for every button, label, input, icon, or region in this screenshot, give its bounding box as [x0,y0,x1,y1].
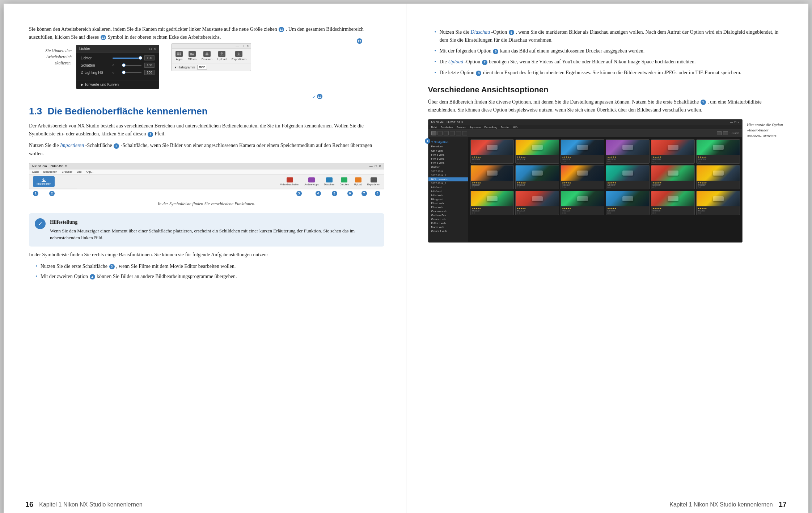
right-screenshot-area: 1 NX Studio bld231101.tif — □ × [428,119,783,243]
sub-heading: Verschiedene Ansichtsoptionen [428,85,783,94]
nx-thumb-grid: ★★★★★ IMD232JF ⬡ ⬡ ★★★★★ IMD2 [470,139,740,215]
svg-rect-6 [220,55,224,55]
right-footer: Kapitel 1 Nikon NX Studio kennenlernen 1… [406,500,809,509]
badge-6-right: 6 [493,49,498,54]
import-button[interactable]: Importieren [33,176,55,187]
right-bullet-4: Die letzte Option 8 dient dem Export des… [435,69,783,77]
section-heading: 1.3 Die Bedienoberfläche kennenlernen [29,106,384,117]
toolbar2-btn-1[interactable]: Video bearbeiten [280,177,299,186]
thumb-13[interactable]: ★★★★★ IMD232JF ⬡ ⬡ [470,191,514,215]
thumb-11[interactable]: ★★★★★ IMD232JF ⬡ ⬡ [651,165,695,189]
badge-3-bullet: 3 [109,264,115,269]
badge-2: 2 [114,143,119,149]
bullet-intro: In der Symbolleiste finden Sie rechts ei… [29,251,384,259]
svg-rect-4 [206,54,208,55]
nx-sidebar: ▾ Navigation Favoriten Cin n vorh. Film-… [428,137,468,242]
sub-para: Über dem Bildbereich finden Sie diverse … [428,98,783,114]
svg-rect-2 [177,54,179,55]
right-bullet-1: Nutzen Sie die Diaschau -Option 5 , wenn… [435,28,783,44]
footer-text-left: Kapitel 1 Nikon NX Studio kennenlernen [39,501,143,508]
svg-rect-1 [179,52,181,54]
toolbar-btn-export[interactable]: Exportieren [232,51,246,61]
intro-paragraph: Sie können den Arbeitsbereich skalieren,… [29,25,384,41]
nx-win2-toolbar: Importieren Symbolleiste ein-/ausblenden… [29,174,384,189]
badge-4-bullet: 4 [90,274,95,279]
thumb-6[interactable]: ★★★★★ IMD232JF ⬡ ⬡ [696,139,740,164]
toolbar2-btn-6[interactable]: Exportieren [367,177,380,186]
screenshot-area-2: NX Studio bld46451.tif — □ × Datei Bearb… [29,163,384,196]
toolbar2-btn-3[interactable]: Diaschau [324,177,334,186]
footer-text-right: Kapitel 1 Nikon NX Studio kennenlernen [669,501,773,508]
page-number-right: 17 [779,500,787,509]
screenshot-area-1: Sie können den Arbeitsbereich skalieren.… [29,45,384,91]
thumb-16[interactable]: ★★★★★ IMD232JF ⬡ ⬡ [606,191,650,215]
badge-8-right: 8 [476,71,481,76]
thumb-3[interactable]: ★★★★★ IMD232JF ⬡ ⬡ [561,139,604,164]
toolbar2-btn-4[interactable]: Drucken [339,177,349,186]
svg-rect-3 [179,54,181,55]
tip-icon: ✓ [35,218,46,229]
thumb-15[interactable]: ★★★★★ IMD232JF ⬡ ⬡ [561,191,604,215]
badge-5-toolbar: 5 [332,191,337,196]
svg-rect-0 [177,52,179,54]
bullet-list: Nutzen Sie die erste Schaltfläche 3 , we… [35,262,384,281]
screenshot1-block: 13 Lichter — □ × [76,45,384,91]
screenshot1-caption: Sie können den Arbeitsbereich skalieren. [29,45,76,66]
badge-1-window: 1 [425,138,430,144]
thumb-1[interactable]: ★★★★★ IMD232JF ⬡ ⬡ [470,139,514,164]
badge-7-toolbar: 7 [361,191,367,196]
nx-tonwerte: ▶ Tonwerte und Kurven [76,80,159,89]
toolbar2-btn-5[interactable]: Upload [354,177,362,186]
right-caption: Hier wurde die Option »Index-bilder anse… [747,119,783,243]
nx-titlebar: Lichter — □ × [76,45,159,52]
right-bullet-2: Mit der folgenden Option 6 kann das Bild… [435,47,783,55]
svg-rect-5 [206,52,208,54]
badge-1-toolbar: 1 [33,191,38,196]
bullet-item-2: Mit der zweiten Option 4 können Sie Bild… [35,273,384,281]
badge-8-toolbar: 8 [375,191,380,196]
nx-toolbar-popup: — □ × Apps [172,43,251,71]
badge-1-sub: 1 [701,100,706,105]
badge-1: 1 [148,132,153,137]
toolbar-btn-upload[interactable]: Upload [217,51,227,61]
toolbar2-btn-2[interactable]: Andere Apps [304,177,319,186]
thumb-4[interactable]: ★★★★★ IMD232JF ⬡ ⬡ [606,139,650,164]
para-1: Der Arbeitsbereich von NX Studio besteht… [29,122,384,138]
thumb-10[interactable]: ★★★★★ IMD232JF ⬡ ⬡ [606,165,650,189]
badge-12-bottom: 12 [317,94,322,99]
nx-main-menu: Datei Bearbeiten Browser Anpassen Darste… [428,125,743,130]
tip-text: Wenn Sie den Mauszeiger einen Moment übe… [50,227,378,241]
badge-3-toolbar: 3 [296,191,302,196]
thumb-18[interactable]: ★★★★★ IMD232JF ⬡ ⬡ [696,191,740,215]
nx-dark-window: Lichter — □ × Lichter 100 [76,45,159,89]
thumb-14[interactable]: ★★★★★ IMD232JF ⬡ ⬡ [515,191,559,215]
svg-rect-7 [237,55,241,55]
tip-title: Hilfestellung [50,218,378,226]
thumb-17[interactable]: ★★★★★ IMD232JF ⬡ ⬡ [651,191,695,215]
right-page: Nutzen Sie die Diaschau -Option 5 , wenn… [406,4,809,513]
nx-main-titlebar: NX Studio bld231101.tif — □ × [428,119,743,125]
thumb-5[interactable]: ★★★★★ IMD232JF ⬡ ⬡ [651,139,695,164]
thumb-9[interactable]: ★★★★★ IMD232JF ⬡ ⬡ [561,165,604,189]
histogram-row: ▾ Histogramm RGB [172,63,251,71]
toolbar-btn-print[interactable]: Drucken [202,51,212,61]
right-bullet-3: Die Upload -Option 7 benötigen Sie, wenn… [435,58,783,66]
badge-6-toolbar: 6 [347,191,353,196]
thumb-2[interactable]: ★★★★★ IMD232JF ⬡ ⬡ [515,139,559,164]
badge-4-toolbar: 4 [316,191,321,196]
bullet-item-1: Nutzen Sie die erste Schaltfläche 3 , we… [35,262,384,270]
badge-5-right: 5 [509,30,514,35]
book-spread: Sie können den Arbeitsbereich skalieren,… [4,4,808,513]
thumb-7[interactable]: ★★★★★ IMD232JF ⬡ ⬡ [470,165,514,189]
badge-7-right: 7 [482,60,487,65]
badge-13-top: 13 [357,38,362,44]
thumb-8[interactable]: ★★★★★ IMD232JF ⬡ ⬡ [515,165,559,189]
left-footer: 16 Kapitel 1 Nikon NX Studio kennenlerne… [4,500,406,509]
nx-main-window: NX Studio bld231101.tif — □ × Datei [428,119,743,243]
toolbar-btn-open[interactable]: Öffnen [188,51,196,61]
thumb-12[interactable]: ★★★★★ IMD232JF ⬡ ⬡ [696,165,740,189]
right-bullet-list: Nutzen Sie die Diaschau -Option 5 , wenn… [435,28,783,77]
left-page: Sie können den Arbeitsbereich skalieren,… [4,4,406,513]
toolbar-btn-apps[interactable]: Apps [175,51,183,61]
nx-main-content: ▾ Navigation Favoriten Cin n vorh. Film-… [428,137,743,242]
